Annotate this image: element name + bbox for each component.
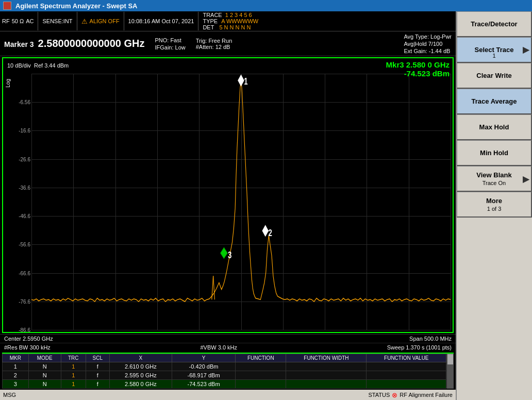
y-label-3: -26.6 [19,156,30,162]
table-header-row: MKR MODE TRC SCL X Y FUNCTION FUNCTION W… [3,354,446,362]
ref-level-label: Ref 3.44 dBm [34,62,69,69]
max-hold-label: Max Hold [479,123,509,131]
y-label-6: -56.6 [19,242,30,247]
col-function-value: FUNCTION VALUE [367,354,446,362]
scrollbar-thumb[interactable] [447,354,453,364]
trace-polyline [31,77,451,302]
mkr-readout: Mkr3 2.580 0 GHz -74.523 dBm [386,60,450,78]
min-hold-button[interactable]: Min Hold [457,140,532,166]
col-mode: MODE [28,354,61,362]
table-row: 3N1f2.580 0 GHz-74.523 dBm [3,380,446,389]
view-blank-button[interactable]: View Blank ▶ Trace On [457,166,532,192]
table-scrollbar[interactable] [446,354,454,389]
trace-header: TRACE [203,12,222,18]
marker3-diamond [221,247,227,258]
grid-h-9: -86.6 [31,330,451,330]
mkr-power: -74.523 dBm [386,69,450,78]
marker2-diamond [262,225,268,236]
ext-gain-label: Ext Gain: -1.44 dB [404,48,452,54]
right-sidebar: Trace/Detector Select Trace ▶ 1 Clear Wr… [456,11,532,400]
max-hold-button[interactable]: Max Hold [457,114,532,140]
sweep-bar: #Res BW 300 kHz #VBW 3.0 kHz Sweep 1.370… [0,343,456,352]
spectrum-grid: -6.56 -16.6 -26.6 -36.6 -46.6 -56.6 -66.… [31,74,451,330]
sense-section: SENSE:INT [42,12,77,30]
msg-label: MSG [3,392,16,398]
more-button[interactable]: More 1 of 3 [457,192,532,218]
grid-v-10 [451,74,451,330]
avg-type-label: Avg Type: Log-Pwr [404,34,452,40]
scale-div-label: 10 dB/div [7,62,31,69]
col-x: X [109,354,172,362]
col-function: FUNCTION [236,354,286,362]
type-header: TYPE [203,18,218,24]
spike-1b [213,276,215,299]
res-bw-label: #Res BW 300 kHz [4,344,51,351]
avg-hold-label: Avg|Hold 7/100 [404,41,452,47]
type-values: A WWWWWW [221,18,258,24]
app-title: Agilent Spectrum Analyzer - Swept SA [15,2,137,10]
marker-display: Marker 3 2.5800000000000 GHz PNO: Fast I… [0,31,456,56]
type-row: TYPE A WWWWWW [203,18,258,24]
marker-title-freq: Marker 3 2.5800000000000 GHz [4,38,144,49]
marker-label: Marker 3 [4,40,34,48]
trace-info-section: TRACE 1 2 3 4 5 6 TYPE A WWWWWW DET 5 N … [203,12,262,30]
view-blank-sub: Trace On [483,180,506,186]
impedance-label: 50 Ω [12,18,24,24]
marker1-label: 1 [244,76,247,86]
det-header: DET [203,24,214,30]
trace-average-button[interactable]: Trace Average [457,89,532,114]
sense-label: SENSE:INT [42,18,72,24]
col-trc: TRC [61,354,86,362]
det-values: 5 N N N N N [219,24,251,30]
pno-label: PNO: Fast [155,37,185,43]
trace-detector-button[interactable]: Trace/Detector [457,11,532,37]
align-section: ⚠ ALIGN OFF [81,12,124,30]
vbw-label: #VBW 3.0 kHz [200,344,237,351]
marker-table: MKR MODE TRC SCL X Y FUNCTION FUNCTION W… [2,354,446,389]
y-label-7: -66.6 [19,270,30,276]
left-area: RF 50 Ω AC SENSE:INT ⚠ ALIGN OFF 10:08:1… [0,11,456,400]
header-info: RF 50 Ω AC SENSE:INT ⚠ ALIGN OFF 10:08:1… [0,11,456,31]
y-label-9: -86.6 [19,327,30,333]
col-mkr: MKR [3,354,29,362]
marker-params: PNO: Fast IFGain: Low [155,37,185,51]
marker-table-body: 1N1f2.610 0 GHz-0.420 dBm2N1f2.595 0 GHz… [3,362,446,389]
rf-failure-section: STATUS ⊗ RF Alignment Failure [369,391,453,399]
col-function-width: FUNCTION WIDTH [286,354,367,362]
min-hold-label: Min Hold [480,149,508,157]
span-freq-label: Span 500.0 MHz [409,336,452,342]
more-sub: 1 of 3 [487,206,502,212]
view-blank-arrow: ▶ [523,174,529,184]
center-freq-label: Center 2.5950 GHz [4,336,53,342]
warning-icon: ⚠ [81,18,88,25]
marker-table-container: MKR MODE TRC SCL X Y FUNCTION FUNCTION W… [2,353,454,389]
status-label: STATUS [369,392,390,398]
y-label-2: -16.6 [19,128,30,134]
view-blank-label: View Blank [476,171,511,179]
marker-freq: 2.5800000000000 GHz [38,38,145,49]
spike-1 [212,276,213,299]
select-trace-button[interactable]: Select Trace ▶ 1 [457,37,532,63]
rf-section: RF 50 Ω AC [2,12,38,30]
mkr-freq: Mkr3 2.580 0 GHz [386,60,450,69]
marker3-label: 3 [228,250,231,260]
table-row: 1N1f2.610 0 GHz-0.420 dBm [3,362,446,371]
col-y: Y [172,354,235,362]
spectrum-trace-svg: 1 2 3 [31,74,451,330]
y-label-4: -36.6 [19,185,30,190]
marker-freq-block: Marker 3 2.5800000000000 GHz [4,38,144,49]
trig-label: Trig: Free Run [196,38,232,44]
marker2-label: 2 [268,228,272,238]
clear-write-label: Clear Write [476,72,511,79]
datetime-section: 10:08:16 AM Oct 07, 2021 [128,12,199,30]
marker-right-params: Avg Type: Log-Pwr Avg|Hold 7/100 Ext Gai… [404,34,452,54]
close-button[interactable] [3,2,11,10]
align-status: ALIGN OFF [90,18,120,24]
trace-numbers-row: TRACE 1 2 3 4 5 6 [203,12,252,18]
log-label: Log [5,79,11,88]
det-row: DET 5 N N N N N [203,24,251,30]
atten-label: #Atten: 12 dB [196,44,232,50]
more-label: More [486,197,502,205]
clear-write-button[interactable]: Clear Write [457,63,532,89]
trace-numbers: 1 2 3 4 5 6 [225,12,252,18]
